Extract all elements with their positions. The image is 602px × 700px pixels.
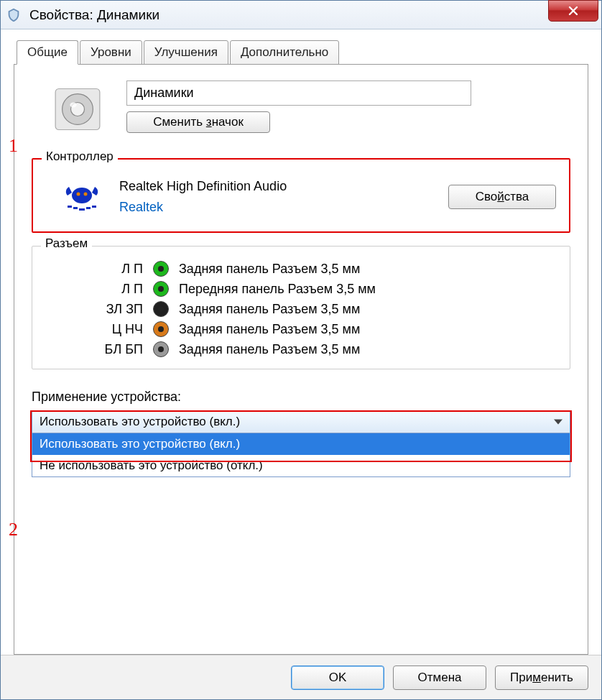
jack-dot-icon <box>153 281 169 297</box>
speaker-icon <box>49 80 106 138</box>
controller-properties-button[interactable]: Свойства <box>448 185 556 209</box>
tab-levels[interactable]: Уровни <box>80 40 142 65</box>
jack-desc: Задняя панель Разъем 3,5 мм <box>179 262 360 277</box>
svg-point-3 <box>70 103 77 108</box>
change-icon-button[interactable]: Сменить значок <box>126 111 270 133</box>
window-title: Свойства: Динамики <box>29 7 159 23</box>
combo-option-enable[interactable]: Использовать это устройство (вкл.) <box>32 433 570 455</box>
tab-panel-general: Сменить значок 1 Контроллер <box>14 64 588 655</box>
svg-point-10 <box>77 193 80 196</box>
close-button[interactable] <box>548 0 598 22</box>
svg-rect-5 <box>68 206 72 208</box>
jack-label: ЗЛ ЗП <box>88 302 143 317</box>
tab-strip: Общие Уровни Улучшения Дополнительно <box>17 40 588 64</box>
controller-group-title: Контроллер <box>42 149 118 164</box>
svg-rect-7 <box>92 206 96 208</box>
jack-desc: Задняя панель Разъем 3,5 мм <box>179 302 360 317</box>
device-header-row: Сменить значок <box>49 80 570 138</box>
jack-desc: Передняя панель Разъем 3,5 мм <box>179 282 376 297</box>
ok-button[interactable]: OK <box>291 666 384 690</box>
jack-row: БЛ БП Задняя панель Разъем 3,5 мм <box>88 341 557 357</box>
combobox-selected-text: Использовать это устройство (вкл.) <box>40 415 240 428</box>
jack-label: Л П <box>88 262 143 277</box>
svg-rect-9 <box>79 208 85 211</box>
device-usage-combobox[interactable]: Использовать это устройство (вкл.) <box>32 410 570 433</box>
combo-option-disable[interactable]: Не использовать это устройство (откл.) <box>32 455 570 476</box>
jack-dot-icon <box>153 341 169 357</box>
jack-dot-icon <box>153 301 169 317</box>
device-name-input[interactable] <box>126 80 471 106</box>
device-usage-dropdown-list: Использовать это устройство (вкл.) Не ис… <box>32 433 570 477</box>
jack-label: Л П <box>88 282 143 297</box>
jacks-group: Разъем Л П Задняя панель Разъем 3,5 мм Л… <box>32 246 570 369</box>
chevron-down-icon <box>554 420 562 425</box>
svg-point-4 <box>72 188 92 203</box>
jack-desc: Задняя панель Разъем 3,5 мм <box>179 342 360 357</box>
jacks-group-title: Разъем <box>41 236 92 251</box>
controller-vendor-link[interactable]: Realtek <box>119 200 434 215</box>
properties-window: Свойства: Динамики Общие Уровни Улучшени… <box>0 0 602 700</box>
app-icon <box>5 6 22 24</box>
jack-row: Ц НЧ Задняя панель Разъем 3,5 мм <box>88 321 557 337</box>
content-area: Общие Уровни Улучшения Дополнительно Сме… <box>1 29 601 655</box>
realtek-crab-icon <box>59 174 105 220</box>
titlebar: Свойства: Динамики <box>1 1 601 29</box>
jack-label: Ц НЧ <box>88 322 143 337</box>
device-usage-label: Применение устройства: <box>32 390 570 405</box>
controller-name: Realtek High Definition Audio <box>119 179 434 194</box>
tab-advanced[interactable]: Дополнительно <box>230 40 339 65</box>
controller-group: Контроллер <box>32 158 570 233</box>
device-usage-combo-wrap: Использовать это устройство (вкл.) Испол… <box>32 410 570 477</box>
cancel-button[interactable]: Отмена <box>393 666 486 690</box>
annotation-1: 1 <box>9 135 18 157</box>
tab-enhancements[interactable]: Улучшения <box>144 40 228 65</box>
jack-row: Л П Передняя панель Разъем 3,5 мм <box>88 281 557 297</box>
jack-dot-icon <box>153 321 169 337</box>
annotation-2: 2 <box>9 519 18 540</box>
svg-point-11 <box>84 193 88 196</box>
svg-rect-6 <box>73 207 78 209</box>
tab-general[interactable]: Общие <box>17 40 78 65</box>
jack-desc: Задняя панель Разъем 3,5 мм <box>179 322 360 337</box>
apply-button[interactable]: Применить <box>495 666 588 690</box>
jack-label: БЛ БП <box>88 342 143 357</box>
jack-dot-icon <box>153 261 169 277</box>
jack-row: ЗЛ ЗП Задняя панель Разъем 3,5 мм <box>88 301 557 317</box>
dialog-footer: OK Отмена Применить <box>1 655 601 699</box>
jack-row: Л П Задняя панель Разъем 3,5 мм <box>88 261 557 277</box>
svg-rect-8 <box>86 207 91 209</box>
